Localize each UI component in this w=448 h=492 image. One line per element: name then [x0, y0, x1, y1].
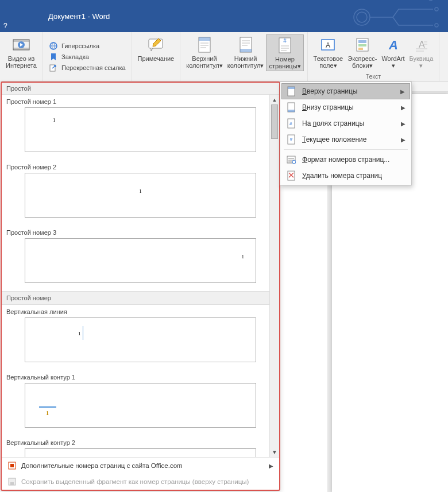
submenu-top-of-page[interactable]: Вверху страницы ▶ — [281, 83, 410, 99]
page-top-icon — [286, 86, 296, 96]
crossref-button[interactable]: Перекрестная ссылка — [49, 63, 126, 72]
ribbon: Видео из Интернета Гиперссылка Закладка … — [0, 32, 448, 82]
gallery-item-title[interactable]: Вертикальный контур 1 — [2, 370, 279, 383]
scroll-up-icon[interactable]: ▲ — [270, 95, 279, 104]
gallery-preview[interactable]: 1 — [25, 238, 256, 283]
gallery-scroll-area[interactable]: Простой номер 1 1 Простой номер 2 1 Прос… — [2, 95, 279, 457]
page-number-label: Номер страницы▾ — [269, 56, 300, 69]
more-from-office-button[interactable]: Дополнительные номера страниц с сайта Of… — [2, 458, 279, 474]
bookmark-button[interactable]: Закладка — [49, 52, 89, 61]
gallery-preview[interactable]: 1 — [25, 383, 256, 428]
gallery-section-simple-number: Простой номер — [2, 291, 279, 305]
submenu-bottom-of-page[interactable]: Внизу страницы ▶ — [281, 99, 410, 115]
gallery-item-title[interactable]: Простой номер 1 — [2, 95, 279, 107]
hyperlink-button[interactable]: Гиперссылка — [49, 41, 99, 51]
wordart-label: WordArt ▾ — [381, 55, 404, 69]
page-number-gallery: Простой Простой номер 1 1 Простой номер … — [1, 82, 280, 491]
svg-rect-15 — [240, 49, 252, 52]
online-video-button[interactable]: Видео из Интернета — [3, 34, 39, 70]
online-video-label: Видео из Интернета — [6, 55, 37, 69]
chevron-right-icon: ▶ — [401, 137, 405, 143]
format-icon — [286, 154, 296, 165]
scroll-down-icon[interactable]: ▼ — [270, 447, 279, 457]
gallery-item-title[interactable]: Простой номер 2 — [2, 160, 279, 173]
svg-rect-22 — [358, 44, 366, 47]
gallery-preview[interactable]: 1 — [25, 317, 256, 362]
footer-label: Нижний колонтитул▾ — [227, 55, 264, 69]
svg-rect-23 — [358, 48, 363, 50]
svg-text:#: # — [290, 137, 293, 142]
quickparts-label: Экспресс- блоки▾ — [347, 55, 377, 69]
header-icon — [195, 36, 214, 54]
svg-rect-21 — [358, 40, 366, 43]
gallery-footer: Дополнительные номера страниц с сайта Of… — [2, 457, 279, 490]
svg-point-1 — [357, 12, 367, 22]
chevron-right-icon: ▶ — [401, 121, 405, 127]
gallery-preview[interactable]: 1 — [25, 173, 256, 218]
submenu-format-page-numbers[interactable]: Формат номеров страниц... — [281, 152, 410, 168]
ribbon-group-comments: Примечание — [132, 32, 181, 81]
page-number-icon: # — [276, 36, 294, 55]
page-number-button[interactable]: # Номер страницы▾ — [266, 34, 303, 71]
gallery-preview[interactable]: 1 — [25, 448, 256, 457]
gallery-scrollbar[interactable]: ▲ ▼ — [269, 95, 279, 457]
quickparts-button[interactable]: Экспресс- блоки▾ — [345, 34, 379, 70]
gallery-item-title[interactable]: Простой номер 3 — [2, 226, 279, 238]
svg-rect-29 — [10, 482, 14, 485]
quickparts-icon — [353, 36, 372, 54]
scroll-thumb[interactable] — [271, 104, 278, 139]
wordart-icon: A — [384, 36, 403, 54]
dropcap-icon: A — [412, 36, 430, 54]
gallery-preview[interactable]: 1 — [25, 107, 256, 152]
page-number-submenu: Вверху страницы ▶ Внизу страницы ▶ # На … — [280, 82, 412, 185]
svg-point-39 — [292, 160, 296, 164]
textbox-button[interactable]: A Текстовое поле▾ — [311, 34, 346, 70]
svg-text:#: # — [283, 38, 287, 44]
chevron-right-icon: ▶ — [269, 463, 273, 469]
ribbon-group-text: A Текстовое поле▾ Экспресс- блоки▾ A Wor… — [307, 32, 440, 81]
dropcap-label: Буквица ▾ — [410, 55, 434, 69]
svg-text:A: A — [388, 38, 398, 52]
submenu-current-position[interactable]: # Текущее положение ▶ — [281, 131, 410, 148]
chevron-right-icon: ▶ — [401, 104, 405, 111]
submenu-page-margins[interactable]: # На полях страницы ▶ — [281, 115, 410, 131]
footer-icon — [237, 36, 255, 54]
comment-button[interactable]: Примечание — [136, 34, 177, 63]
menu-separator — [284, 149, 408, 150]
svg-rect-33 — [288, 110, 295, 112]
video-icon — [12, 36, 30, 54]
title-decoration — [339, 0, 448, 32]
current-position-icon: # — [286, 134, 296, 145]
page-bottom-icon — [286, 102, 296, 113]
footer-button[interactable]: Нижний колонтитул▾ — [225, 34, 267, 70]
comment-label: Примечание — [138, 55, 175, 62]
textbox-icon: A — [319, 36, 337, 54]
gallery-section-simple: Простой — [2, 83, 279, 95]
ribbon-group-media: Видео из Интернета — [0, 32, 43, 81]
svg-point-2 — [429, 0, 432, 1]
gallery-item-title[interactable]: Вертикальная линия — [2, 305, 279, 317]
chevron-right-icon: ▶ — [400, 88, 405, 95]
svg-point-3 — [435, 7, 438, 11]
wordart-button[interactable]: A WordArt ▾ — [379, 34, 407, 70]
gallery-item-title[interactable]: Вертикальный контур 2 — [2, 436, 279, 448]
dropcap-button[interactable]: A Буквица ▾ — [407, 34, 436, 70]
title-bar: Документ1 - Word ? — [0, 0, 448, 32]
comment-icon — [146, 36, 165, 54]
svg-text:A: A — [326, 41, 330, 49]
tell-me-icon: ? — [3, 22, 7, 30]
office-icon — [7, 461, 17, 470]
svg-rect-31 — [288, 87, 295, 89]
bookmark-icon — [49, 52, 58, 61]
crossref-icon — [49, 63, 58, 72]
ribbon-group-header-footer: Верхний колонтитул▾ Нижний колонтитул▾ #… — [180, 32, 307, 81]
svg-text:#: # — [289, 121, 292, 126]
submenu-remove-page-numbers[interactable]: Удалить номера страниц — [281, 168, 410, 184]
svg-point-0 — [354, 9, 370, 25]
ribbon-group-links: Гиперссылка Закладка Перекрестная ссылка — [43, 32, 132, 81]
page-margins-icon: # — [286, 118, 296, 129]
textbox-label: Текстовое поле▾ — [314, 55, 343, 69]
remove-icon — [286, 171, 296, 181]
group-text-label: Текст — [308, 73, 439, 80]
header-button[interactable]: Верхний колонтитул▾ — [184, 34, 225, 70]
